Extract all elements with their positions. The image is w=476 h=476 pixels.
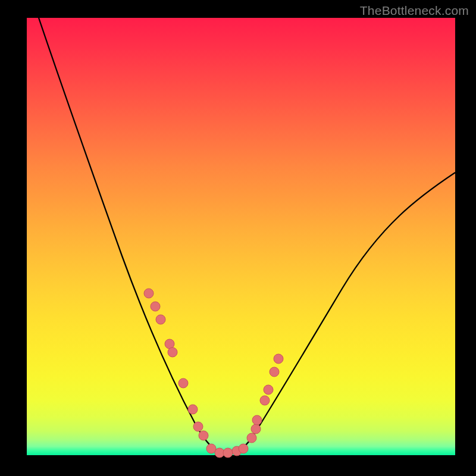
svg-point-4 xyxy=(168,347,177,357)
svg-point-14 xyxy=(247,433,256,443)
svg-point-13 xyxy=(239,444,248,453)
watermark-text: TheBottleneck.com xyxy=(360,4,469,18)
svg-point-7 xyxy=(193,422,203,431)
svg-point-17 xyxy=(260,396,270,405)
svg-point-8 xyxy=(199,431,208,440)
svg-point-18 xyxy=(264,385,273,394)
svg-point-15 xyxy=(251,424,261,434)
bottleneck-curve xyxy=(33,0,455,453)
svg-point-19 xyxy=(270,367,279,377)
svg-point-11 xyxy=(223,448,233,458)
curve-layer xyxy=(27,18,455,455)
svg-point-9 xyxy=(206,444,216,453)
svg-point-16 xyxy=(252,415,262,425)
scatter-dots xyxy=(144,289,283,458)
svg-point-0 xyxy=(144,289,154,298)
svg-point-20 xyxy=(274,354,283,364)
plot-area xyxy=(27,18,455,455)
svg-point-6 xyxy=(188,405,198,414)
svg-point-5 xyxy=(178,378,188,388)
chart-root: TheBottleneck.com xyxy=(0,0,476,476)
svg-point-2 xyxy=(156,315,165,324)
svg-point-1 xyxy=(151,302,160,311)
